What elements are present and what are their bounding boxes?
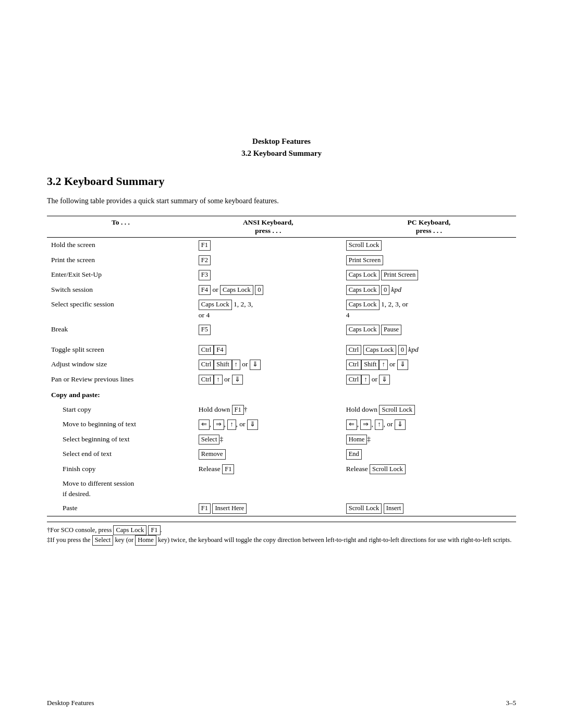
- key-select-fn: Select: [92, 535, 114, 546]
- section-heading: 3.2 Keyboard Summary: [47, 175, 516, 188]
- row-to: Paste: [47, 501, 194, 516]
- row-ansi: F1: [194, 238, 342, 253]
- footer: Desktop Features 3–5: [47, 699, 516, 707]
- table-row: Break F5 Caps Lock Pause: [47, 322, 516, 337]
- table-header-row: To . . . ANSI Keyboard, press . . . PC K…: [47, 216, 516, 238]
- key-select: Select: [199, 435, 220, 445]
- key-scroll-lock3: Scroll Lock: [370, 464, 406, 475]
- keyboard-table: To . . . ANSI Keyboard, press . . . PC K…: [47, 216, 516, 516]
- row-to: Start copy: [47, 402, 194, 417]
- header-section: Desktop Features 3.2 Keyboard Summary: [47, 135, 516, 159]
- key-up6: ↑: [375, 419, 383, 430]
- header-title: Desktop Features 3.2 Keyboard Summary: [47, 135, 516, 159]
- key-down2: ⇓: [397, 360, 408, 370]
- table-row: Enter/Exit Set-Up F3 Caps Lock Print Scr…: [47, 267, 516, 282]
- key-f1-2: F1: [232, 405, 244, 415]
- table-row: Select end of text Remove End: [47, 447, 516, 462]
- row-ansi: F2: [194, 253, 342, 268]
- row-to: Hold the screen: [47, 238, 194, 253]
- key-down6: ⇓: [395, 419, 406, 430]
- row-pc: Print Screen: [342, 253, 516, 268]
- footnote-ddagger: ‡If you press the Select key (or Home ke…: [47, 535, 516, 546]
- key-f2: F2: [199, 255, 211, 266]
- row-pc: Release Scroll Lock: [342, 462, 516, 477]
- key-down3: ⇓: [232, 375, 243, 385]
- key-down: ⇓: [250, 360, 261, 370]
- key-f4-2: F4: [214, 345, 226, 355]
- key-ctrl2: Ctrl: [199, 360, 214, 370]
- key-f1-fn: F1: [148, 525, 160, 536]
- key-pause: Pause: [381, 325, 401, 335]
- key-end: End: [346, 449, 362, 460]
- row-to: Toggle split screen: [47, 342, 194, 357]
- row-ansi: Release F1: [194, 462, 342, 477]
- footer-left: Desktop Features: [47, 699, 94, 707]
- empty-pc: [342, 387, 516, 402]
- key-ctrl5: Ctrl: [346, 375, 361, 385]
- key-caps-lock7: Caps Lock: [363, 345, 397, 355]
- table-row: Toggle split screen CtrlF4 Ctrl Caps Loc…: [47, 342, 516, 357]
- intro-text: The following table provides a quick sta…: [47, 195, 516, 206]
- row-to: Select end of text: [47, 447, 194, 462]
- row-pc: End: [342, 447, 516, 462]
- spacer-row: [47, 337, 516, 342]
- key-caps-lock-fn: Caps Lock: [113, 525, 146, 536]
- table-row: Start copy Hold down F1† Hold down Scrol…: [47, 402, 516, 417]
- key-left2: ⇐: [346, 419, 357, 430]
- table-row: Switch session F4 or Caps Lock 0 Caps Lo…: [47, 282, 516, 298]
- key-scroll-lock2: Scroll Lock: [379, 405, 415, 415]
- key-f4: F4: [199, 285, 211, 295]
- row-ansi: Ctrl↑ or ⇓: [194, 372, 342, 387]
- col-pc-header: PC Keyboard, press . . .: [342, 216, 516, 238]
- header-line1: Desktop Features: [252, 137, 311, 145]
- table-row: Print the screen F2 Print Screen: [47, 253, 516, 268]
- key-caps-lock: Caps Lock: [346, 270, 380, 280]
- key-right: ⇒: [213, 419, 224, 430]
- row-ansi: F1 Insert Here: [194, 501, 342, 516]
- key-insert-here: Insert Here: [212, 503, 247, 514]
- row-pc: CtrlShift↑ or ⇓: [342, 357, 516, 372]
- key-caps-lock5: Caps Lock: [346, 300, 380, 310]
- key-print-screen2: Print Screen: [381, 270, 418, 280]
- key-ctrl4: Ctrl: [199, 375, 214, 385]
- row-ansi: F5: [194, 322, 342, 337]
- key-shift2: Shift: [361, 360, 379, 370]
- key-0-pc: 0: [381, 285, 389, 295]
- row-ansi: CtrlF4: [194, 342, 342, 357]
- row-to: Finish copy: [47, 462, 194, 477]
- key-caps-lock3: Caps Lock: [346, 285, 380, 295]
- row-to: Break: [47, 322, 194, 337]
- page: Desktop Features 3.2 Keyboard Summary 3.…: [0, 0, 563, 728]
- row-ansi: F4 or Caps Lock 0: [194, 282, 342, 298]
- key-f3: F3: [199, 270, 211, 280]
- key-scroll-lock: Scroll Lock: [346, 240, 382, 251]
- row-to: Pan or Review previous lines: [47, 372, 194, 387]
- key-home-fn: Home: [135, 535, 156, 546]
- table-row: Adjust window size CtrlShift↑ or ⇓ CtrlS…: [47, 357, 516, 372]
- table-row: Finish copy Release F1 Release Scroll Lo…: [47, 462, 516, 477]
- key-up5: ↑: [227, 419, 236, 430]
- row-ansi: [194, 476, 342, 501]
- row-to: Print the screen: [47, 253, 194, 268]
- row-to: Select beginning of text: [47, 432, 194, 447]
- key-f1: F1: [199, 240, 211, 251]
- row-ansi: F3: [194, 267, 342, 282]
- key-f1-4: F1: [199, 503, 211, 514]
- table-row: Pan or Review previous lines Ctrl↑ or ⇓ …: [47, 372, 516, 387]
- row-to: Move to beginning of text: [47, 417, 194, 432]
- row-pc: Scroll Lock: [342, 238, 516, 253]
- table-row: Paste F1 Insert Here Scroll Lock Insert: [47, 501, 516, 516]
- key-down4: ⇓: [379, 375, 390, 385]
- row-ansi: Select‡: [194, 432, 342, 447]
- footnotes: †For SCO console, press Caps Lock F1. ‡I…: [47, 522, 516, 546]
- key-up: ↑: [232, 360, 240, 370]
- col-to-header: To . . .: [47, 216, 194, 238]
- key-home: Home: [346, 435, 368, 445]
- key-left: ⇐: [199, 419, 210, 430]
- key-caps-lock6: Caps Lock: [346, 325, 380, 335]
- key-up3: ↑: [214, 375, 222, 385]
- key-shift: Shift: [214, 360, 231, 370]
- key-down5: ⇓: [247, 419, 258, 430]
- key-right2: ⇒: [360, 419, 371, 430]
- row-pc: [342, 476, 516, 501]
